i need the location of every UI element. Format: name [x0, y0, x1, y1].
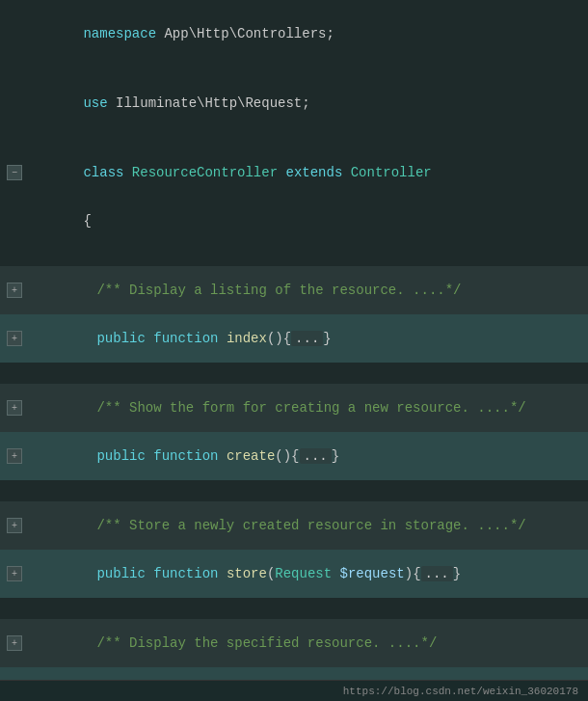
keyword-class: class — [83, 165, 123, 180]
classname-resource: ResourceController — [132, 165, 278, 180]
line-comment-index: + /** Display a listing of the resource.… — [0, 266, 588, 314]
status-bar-url: https://blog.csdn.net/weixin_36020178 — [343, 686, 578, 697]
fn-index: index — [227, 331, 267, 346]
content-blank3 — [29, 248, 588, 263]
content-method-create: public function create(){...} — [29, 433, 588, 479]
content-comment-create: /** Show the form for creating a new res… — [29, 385, 588, 431]
line-namespace: namespace App\Http\Controllers; — [0, 10, 588, 58]
line-method-create: + public function create(){...} — [0, 432, 588, 480]
collapsed-index: ... — [291, 331, 323, 346]
content-open-brace: { — [29, 198, 588, 244]
gutter-comment-store: + — [0, 518, 29, 533]
expand-comment-index[interactable]: + — [7, 283, 22, 298]
kw-function-create: function — [153, 448, 218, 464]
content-class: class ResourceController extends Control… — [29, 149, 588, 196]
gutter-comment-index: + — [0, 283, 29, 298]
line-blank5 — [0, 480, 588, 501]
kw-public-index: public — [96, 331, 145, 346]
comment-index-text: /** Display a listing of the resource. .… — [96, 283, 444, 298]
content-comment-show: /** Display the specified resource. ....… — [29, 620, 588, 666]
kw-function-index: function — [153, 331, 218, 346]
extends-space — [342, 165, 350, 180]
status-bar: https://blog.csdn.net/weixin_36020178 — [0, 680, 588, 701]
content-blank4 — [29, 365, 588, 381]
gutter-comment-create: + — [0, 400, 29, 416]
kw-public-store: public — [96, 566, 145, 581]
line-method-index: + public function index(){...} — [0, 314, 588, 363]
keyword-extends: extends — [285, 165, 342, 180]
content-comment-index: /** Display a listing of the resource. .… — [29, 267, 588, 313]
comment-show-end: */ — [420, 635, 437, 651]
comment-show-text: /** Display the specified resource. .... — [96, 635, 420, 651]
expand-comment-show[interactable]: + — [7, 635, 22, 651]
class-space — [123, 165, 131, 180]
param-request: $request — [340, 566, 405, 581]
content-blank2 — [29, 130, 588, 146]
gutter-method-store: + — [0, 566, 29, 581]
use-text: Illuminate\Http\Request; — [108, 95, 310, 111]
line-method-store: + public function store(Request $request… — [0, 550, 588, 598]
collapsed-store: ... — [421, 566, 453, 581]
content-use: use Illuminate\Http\Request; — [29, 80, 588, 126]
expand-method-create[interactable]: + — [7, 448, 22, 464]
line-blank2 — [0, 127, 588, 148]
content-blank1 — [29, 61, 588, 76]
content-blank6 — [29, 601, 588, 616]
line-blank4 — [0, 363, 588, 384]
line-comment-store: + /** Store a newly created resource in … — [0, 501, 588, 550]
line-blank1 — [0, 58, 588, 79]
kw-public-create: public — [96, 448, 145, 464]
content-blank5 — [29, 483, 588, 499]
content-comment-store: /** Store a newly created resource in st… — [29, 502, 588, 549]
fn-store: store — [227, 566, 267, 581]
param-type-request: Request — [275, 566, 332, 581]
keyword-namespace: namespace — [83, 26, 156, 41]
comment-create-text: /** Show the form for creating a new res… — [96, 400, 509, 416]
expand-comment-store[interactable]: + — [7, 518, 22, 533]
comment-store-end: */ — [510, 518, 526, 533]
expand-method-index[interactable]: + — [7, 331, 22, 346]
line-use: use Illuminate\Http\Request; — [0, 79, 588, 127]
gutter-method-index: + — [0, 331, 29, 346]
expand-method-store[interactable]: + — [7, 566, 22, 581]
gutter-method-create: + — [0, 448, 29, 464]
line-class: − class ResourceController extends Contr… — [0, 148, 588, 197]
collapsed-create: ... — [300, 448, 332, 464]
line-comment-show: + /** Display the specified resource. ..… — [0, 619, 588, 667]
fn-create: create — [227, 448, 275, 464]
line-blank6 — [0, 598, 588, 619]
line-blank3 — [0, 245, 588, 266]
content-method-store: public function store(Request $request){… — [29, 551, 588, 597]
line-comment-create: + /** Show the form for creating a new r… — [0, 384, 588, 432]
line-open-brace: { — [0, 197, 588, 245]
keyword-use: use — [83, 95, 107, 111]
comment-create-end: */ — [510, 400, 526, 416]
comment-index-end: */ — [445, 283, 462, 298]
gutter-class: − — [0, 165, 29, 180]
classname-controller: Controller — [351, 165, 432, 180]
expand-class[interactable]: − — [7, 165, 22, 180]
kw-function-store: function — [153, 566, 218, 581]
content-namespace: namespace App\Http\Controllers; — [29, 11, 588, 57]
expand-comment-create[interactable]: + — [7, 400, 22, 416]
comment-store-text: /** Store a newly created resource in st… — [96, 518, 509, 533]
content-method-index: public function index(){...} — [29, 315, 588, 362]
brace-open: { — [83, 213, 91, 229]
code-editor: namespace App\Http\Controllers; use Illu… — [0, 0, 588, 701]
namespace-text: App\Http\Controllers; — [156, 26, 334, 41]
gutter-comment-show: + — [0, 635, 29, 651]
